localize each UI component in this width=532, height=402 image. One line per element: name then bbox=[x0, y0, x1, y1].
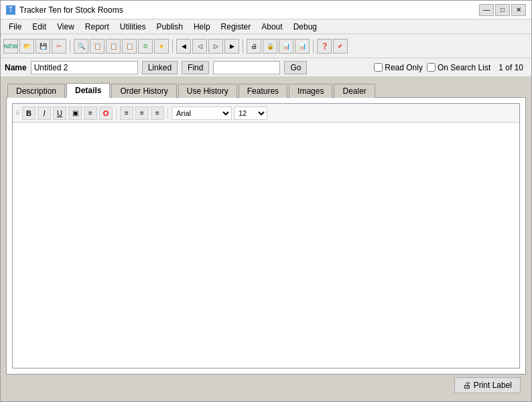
toolbar-btn14[interactable]: ▶ bbox=[224, 39, 239, 54]
toolbar-btn7[interactable]: 📋 bbox=[106, 39, 121, 54]
tab-dealer[interactable]: Dealer bbox=[334, 84, 375, 98]
font-size-selector[interactable]: 8 10 12 14 16 18 24 bbox=[234, 107, 267, 120]
editor-sep2 bbox=[168, 107, 168, 119]
menu-file[interactable]: File bbox=[3, 21, 27, 33]
tab-images[interactable]: Images bbox=[289, 84, 332, 98]
menu-utilities[interactable]: Utilities bbox=[115, 21, 151, 33]
menu-publish[interactable]: Publish bbox=[151, 21, 188, 33]
print-label-text: Print Label bbox=[474, 381, 512, 390]
align-center-button[interactable]: ≡ bbox=[135, 107, 149, 120]
page-count: 1 of 10 bbox=[494, 63, 527, 72]
toolbar-sep1 bbox=[70, 40, 70, 53]
toolbar-btn11[interactable]: ◀ bbox=[176, 39, 191, 54]
app-icon: T bbox=[6, 5, 15, 15]
on-search-list-group: On Search List bbox=[427, 63, 490, 72]
toolbar-btn13[interactable]: ▷ bbox=[208, 39, 223, 54]
toolbar-new-button[interactable]: NEW bbox=[3, 39, 18, 54]
tab-content: ⠿ B I U ▣ ≡ O ≡ ≡ ≡ Arial Times New Roma… bbox=[6, 97, 526, 375]
title-bar: T Tracker Ten for Stock Rooms — □ ✕ bbox=[1, 1, 531, 19]
print-label-button[interactable]: 🖨 Print Label bbox=[454, 377, 521, 393]
list-button[interactable]: ≡ bbox=[84, 107, 97, 120]
close-button[interactable]: ✕ bbox=[511, 4, 526, 16]
main-content: Description Details Order History Use Hi… bbox=[1, 77, 531, 401]
toolbar-btn9[interactable]: ⚙ bbox=[138, 39, 153, 54]
tab-order-history[interactable]: Order History bbox=[111, 84, 176, 98]
toolbar-sep4 bbox=[313, 40, 314, 53]
menu-help[interactable]: Help bbox=[188, 21, 216, 33]
window-title: Tracker Ten for Stock Rooms bbox=[19, 5, 123, 15]
toolbar-btn10[interactable]: ★ bbox=[154, 39, 169, 54]
window-controls: — □ ✕ bbox=[479, 4, 526, 16]
toolbar-btn16[interactable]: 🔒 bbox=[263, 39, 277, 54]
tab-features[interactable]: Features bbox=[239, 84, 287, 98]
name-bar: Name Linked Find Go Read Only On Search … bbox=[1, 58, 531, 77]
bold-button[interactable]: B bbox=[22, 107, 36, 120]
toolbar-btn20[interactable]: ✔ bbox=[333, 39, 348, 54]
editor-container: ⠿ B I U ▣ ≡ O ≡ ≡ ≡ Arial Times New Roma… bbox=[12, 103, 520, 368]
toolbar-btn4[interactable]: ✂ bbox=[52, 39, 66, 54]
main-toolbar: NEW 📂 💾 ✂ 🔍 📋 📋 📋 ⚙ ★ ◀ ◁ ▷ ▶ 🖨 🔒 📊 📊 ❓ … bbox=[1, 34, 531, 58]
menu-bar: File Edit View Report Utilities Publish … bbox=[1, 19, 531, 34]
tab-strip: Description Details Order History Use Hi… bbox=[6, 82, 526, 97]
name-input[interactable] bbox=[31, 61, 138, 74]
editor-body[interactable] bbox=[13, 123, 519, 368]
highlight-button[interactable]: O bbox=[99, 107, 113, 120]
main-window: T Tracker Ten for Stock Rooms — □ ✕ File… bbox=[0, 0, 532, 402]
tab-use-history[interactable]: Use History bbox=[178, 84, 237, 98]
editor-sep1 bbox=[116, 107, 117, 119]
find-button[interactable]: Find bbox=[182, 61, 209, 74]
on-search-list-checkbox[interactable] bbox=[427, 63, 436, 72]
menu-edit[interactable]: Edit bbox=[27, 21, 52, 33]
toolbar-btn12[interactable]: ◁ bbox=[192, 39, 207, 54]
menu-about[interactable]: About bbox=[256, 21, 287, 33]
toolbar-open-button[interactable]: 📂 bbox=[19, 39, 34, 54]
menu-report[interactable]: Report bbox=[80, 21, 115, 33]
go-button[interactable]: Go bbox=[284, 61, 307, 74]
tab-description[interactable]: Description bbox=[7, 84, 65, 98]
minimize-button[interactable]: — bbox=[479, 4, 494, 16]
name-bar-right: Read Only On Search List 1 of 10 bbox=[374, 63, 527, 72]
linked-button[interactable]: Linked bbox=[142, 61, 178, 74]
toolbar-btn15[interactable]: 🖨 bbox=[247, 39, 261, 54]
read-only-group: Read Only bbox=[374, 63, 423, 72]
menu-register[interactable]: Register bbox=[216, 21, 257, 33]
menu-debug[interactable]: Debug bbox=[288, 21, 322, 33]
underline-button[interactable]: U bbox=[53, 107, 66, 120]
search-input[interactable] bbox=[213, 61, 280, 74]
read-only-checkbox[interactable] bbox=[374, 63, 383, 72]
toolbar-btn6[interactable]: 📋 bbox=[90, 39, 105, 54]
image-button[interactable]: ▣ bbox=[68, 107, 82, 120]
editor-toolbar: ⠿ B I U ▣ ≡ O ≡ ≡ ≡ Arial Times New Roma… bbox=[13, 104, 519, 123]
drag-handle-icon: ⠿ bbox=[15, 110, 20, 117]
toolbar-btn18[interactable]: 📊 bbox=[295, 39, 310, 54]
toolbar-btn17[interactable]: 📊 bbox=[279, 39, 293, 54]
name-label: Name bbox=[5, 63, 27, 72]
tab-details[interactable]: Details bbox=[66, 83, 110, 98]
align-right-button[interactable]: ≡ bbox=[151, 107, 164, 120]
toolbar-save-button[interactable]: 💾 bbox=[36, 39, 50, 54]
italic-button[interactable]: I bbox=[38, 107, 51, 120]
toolbar-sep2 bbox=[172, 40, 173, 53]
read-only-label: Read Only bbox=[385, 63, 423, 72]
toolbar-sep3 bbox=[243, 40, 243, 53]
on-search-list-label: On Search List bbox=[438, 63, 490, 72]
align-left-button[interactable]: ≡ bbox=[120, 107, 133, 120]
maximize-button[interactable]: □ bbox=[495, 4, 510, 16]
menu-view[interactable]: View bbox=[52, 21, 80, 33]
font-selector[interactable]: Arial Times New Roman Courier New Verdan… bbox=[172, 107, 232, 120]
footer: 🖨 Print Label bbox=[6, 375, 526, 396]
toolbar-btn19[interactable]: ❓ bbox=[317, 39, 332, 54]
toolbar-btn8[interactable]: 📋 bbox=[122, 39, 137, 54]
toolbar-btn5[interactable]: 🔍 bbox=[74, 39, 88, 54]
printer-icon: 🖨 bbox=[463, 381, 471, 390]
